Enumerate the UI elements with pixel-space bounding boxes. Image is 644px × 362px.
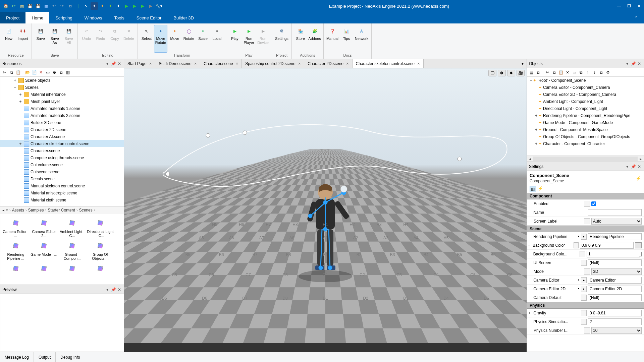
- panel-menu-icon[interactable]: ▾: [625, 61, 630, 66]
- tree-row[interactable]: Animated materials 1.scene: [0, 105, 124, 112]
- panel-pin-icon[interactable]: 📌: [631, 61, 636, 66]
- viewport-display-icon[interactable]: 🖵: [488, 70, 496, 76]
- viewport-camera-icon[interactable]: 🎥: [517, 70, 525, 76]
- panel-menu-icon[interactable]: ▾: [625, 164, 630, 169]
- undo-button[interactable]: ↶Undo: [80, 25, 93, 53]
- run-device-button[interactable]: ▶Run Device: [256, 25, 270, 53]
- thumbnail[interactable]: Ambient Light - C...: [59, 216, 86, 238]
- settings-button[interactable]: 🛠Settings: [274, 25, 289, 53]
- object-tree-row[interactable]: +✦Rendering Pipeline - Component_Renderi…: [527, 112, 644, 119]
- tree-row[interactable]: +Character skeleton control.scene: [0, 140, 124, 147]
- panel-close-icon[interactable]: ✕: [117, 287, 122, 292]
- panel-pin-icon[interactable]: 📌: [111, 61, 116, 66]
- tab-overflow-icon[interactable]: ▾: [519, 59, 527, 68]
- object-tree-row[interactable]: ✦Directional Light - Component_Light: [527, 105, 644, 112]
- preview-header[interactable]: Preview ▾ 📌 ✕: [0, 285, 124, 294]
- panel-menu-icon[interactable]: ▾: [105, 61, 110, 66]
- section-physics[interactable]: Physics: [527, 302, 644, 309]
- thumbnail[interactable]: Game Mode - ...: [31, 239, 57, 260]
- more-icon[interactable]: ▥: [65, 69, 71, 75]
- breadcrumb-item[interactable]: Samples: [28, 208, 44, 213]
- section-scene[interactable]: Scene: [527, 226, 644, 232]
- qat-newfile-icon[interactable]: ▤: [18, 2, 25, 10]
- obj-new-icon[interactable]: ▤: [528, 69, 534, 75]
- ref-button[interactable]: [584, 268, 590, 275]
- breadcrumb[interactable]: ◂«›Assets›Samples›Starter Content›Scenes…: [0, 206, 124, 214]
- settings-header[interactable]: Settings ▾ 📌 ✕: [527, 162, 644, 171]
- tree-row[interactable]: Material cloth.scene: [0, 196, 124, 203]
- tree-row[interactable]: +Scene objects: [0, 77, 124, 84]
- resources-thumbnails[interactable]: Camera Editor - ...Camera Editor 2...Amb…: [0, 214, 124, 285]
- qat-cursor-icon[interactable]: ↖: [83, 2, 90, 10]
- object-tree-row[interactable]: ✦Camera Editor 2D - Component_Camera: [527, 91, 644, 98]
- tab-tools[interactable]: Tools: [108, 12, 130, 23]
- tree-row[interactable]: +Material inheritance: [0, 91, 124, 98]
- obj-down-icon[interactable]: ↓: [591, 69, 597, 75]
- tree-row[interactable]: Animated materials 2.scene: [0, 112, 124, 119]
- qat-axis3-icon[interactable]: ✦: [107, 2, 114, 10]
- objects-hscroll[interactable]: ◂ ▸: [527, 156, 644, 162]
- play-button[interactable]: ▶Play: [228, 25, 241, 53]
- tree-row[interactable]: Character AI.scene: [0, 133, 124, 140]
- document-tab[interactable]: Character 2D.scene×: [304, 59, 352, 68]
- object-tree-row[interactable]: ✦Camera Editor - Component_Camera: [527, 84, 644, 91]
- select-button[interactable]: ↖Select: [140, 25, 153, 53]
- tree-row[interactable]: Material anisotropic.scene: [0, 189, 124, 196]
- bg-color-input[interactable]: [580, 242, 634, 249]
- favorite-icon[interactable]: ⚡: [636, 176, 644, 181]
- thumbnail[interactable]: Camera Editor 2...: [31, 216, 57, 238]
- name-input[interactable]: [588, 209, 642, 216]
- camera-default-input[interactable]: [588, 294, 642, 301]
- settings-icon[interactable]: ⚙: [51, 69, 57, 75]
- qat-play4-icon[interactable]: ▶: [147, 2, 154, 10]
- tab-home[interactable]: Home: [25, 12, 49, 23]
- tree-row[interactable]: Manual skeleton control.scene: [0, 182, 124, 189]
- copy-button[interactable]: ⧉Copy: [108, 25, 121, 53]
- settings-body[interactable]: Component_Scene Component_Scene ⚡ ▥ ⚡ Co…: [527, 171, 644, 352]
- tab-close-icon[interactable]: ×: [298, 61, 301, 66]
- ref-button[interactable]: [584, 218, 590, 224]
- resources-tree[interactable]: +Scene objects−Scenes+Material inheritan…: [0, 77, 124, 206]
- panel-close-icon[interactable]: ✕: [637, 61, 642, 66]
- ref-button[interactable]: ▸: [581, 286, 587, 292]
- object-tree-row[interactable]: ✦Game Mode - Component_GameMode: [527, 119, 644, 126]
- component-events-icon[interactable]: ⚡: [538, 186, 543, 192]
- preview-viewport[interactable]: [0, 294, 124, 352]
- thumbnail[interactable]: [31, 262, 57, 283]
- ref-button[interactable]: ▸: [581, 277, 587, 283]
- save-as-button[interactable]: 💾Save As: [48, 25, 61, 53]
- ref-button[interactable]: [574, 242, 579, 248]
- obj-more-icon[interactable]: ⧉: [598, 69, 604, 75]
- tab-close-icon[interactable]: ×: [149, 61, 152, 66]
- obj-up-icon[interactable]: ↑: [585, 69, 591, 75]
- obj-delete-icon[interactable]: ✕: [565, 69, 571, 75]
- thumbnail[interactable]: Group Of Objects ...: [87, 239, 114, 260]
- cut-icon[interactable]: ✂: [2, 69, 8, 75]
- rendering-pipeline-input[interactable]: [588, 233, 642, 240]
- breadcrumb-item[interactable]: Assets: [12, 208, 24, 213]
- obj-rename-icon[interactable]: ▭: [571, 69, 577, 75]
- ref-button[interactable]: [584, 201, 590, 207]
- obj-dup-icon[interactable]: ⧉: [578, 69, 584, 75]
- tree-row[interactable]: Builder 3D.scene: [0, 119, 124, 126]
- object-tree-row[interactable]: +✦Ground - Component_MeshInSpace: [527, 126, 644, 133]
- tab-builder-3d[interactable]: Builder 3D: [167, 12, 200, 23]
- component-page-icon[interactable]: ▥: [530, 186, 536, 192]
- import-button[interactable]: ⬇⬇Import: [16, 25, 30, 53]
- physics-num-select[interactable]: 10: [591, 327, 642, 334]
- run-player-button[interactable]: ▶Run Player: [242, 25, 256, 53]
- scroll-left-icon[interactable]: ◂: [527, 157, 533, 161]
- thumbnail[interactable]: Rendering Pipeline ...: [2, 239, 29, 260]
- ref-button[interactable]: [581, 260, 587, 266]
- tree-row[interactable]: −Scenes: [0, 84, 124, 91]
- objects-header[interactable]: Objects ▾ 📌 ✕: [527, 59, 644, 68]
- panel-close-icon[interactable]: ✕: [117, 61, 122, 66]
- qat-saveall-icon[interactable]: 💾: [34, 2, 42, 10]
- panel-menu-icon[interactable]: ▾: [105, 287, 110, 292]
- obj-settings-icon[interactable]: ⚙: [605, 69, 611, 75]
- rename-icon[interactable]: ▭: [45, 69, 51, 75]
- open-icon[interactable]: 📂: [24, 69, 31, 75]
- resources-header[interactable]: Resources ▾ 📌 ✕: [0, 59, 124, 68]
- copy-icon[interactable]: ⧉: [8, 69, 14, 75]
- qat-axis2-icon[interactable]: ✦: [99, 2, 106, 10]
